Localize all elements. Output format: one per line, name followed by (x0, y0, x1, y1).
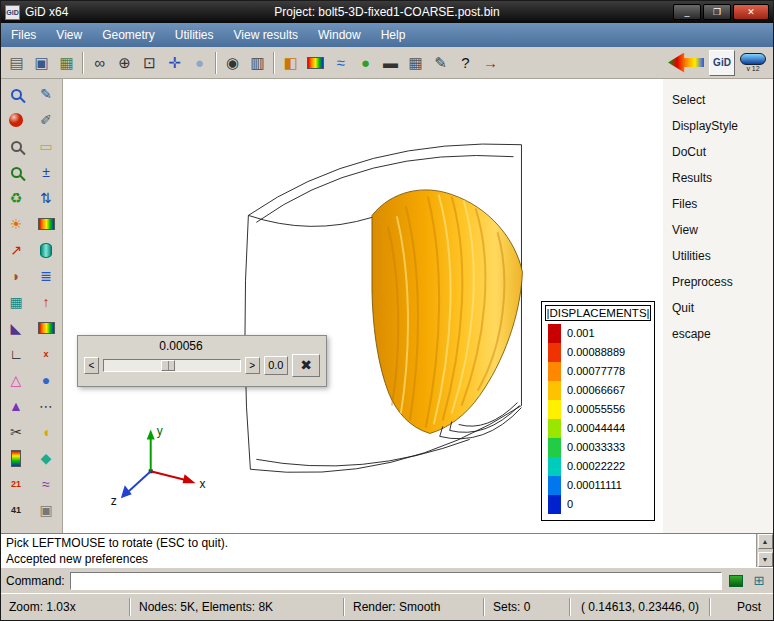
render-ball-icon[interactable] (3, 107, 29, 133)
ramp-layers-icon[interactable] (33, 315, 59, 341)
smooth-sphere-icon[interactable]: ● (353, 50, 378, 75)
displacements-legend: |DISPLACEMENTS| (541, 301, 655, 521)
iso-icon[interactable]: ◆ (33, 445, 59, 471)
read-icon[interactable]: ▤ (4, 50, 29, 75)
legend-color-segment (548, 438, 561, 457)
print-icon[interactable]: ▥ (245, 50, 270, 75)
zoom-page-icon[interactable] (3, 133, 29, 159)
mesh-grid-icon[interactable]: ▦ (3, 289, 29, 315)
panel-item-docut[interactable]: DoCut (663, 139, 773, 165)
menu-utilities[interactable]: Utilities (165, 24, 224, 46)
scroll-down-icon[interactable]: ▼ (758, 552, 773, 567)
half-moon-icon[interactable]: ◖ (33, 419, 59, 445)
slider-reset-button[interactable]: 0.0 (264, 356, 288, 375)
slider-close-button[interactable]: ✖ (292, 354, 320, 377)
panel-item-displaystyle[interactable]: DisplayStyle (663, 113, 773, 139)
help-icon[interactable]: ? (453, 50, 478, 75)
scissors-icon[interactable]: ✂ (3, 419, 29, 445)
tri-solid-icon[interactable]: ▲ (3, 393, 29, 419)
version-toggle[interactable]: v 12 (740, 53, 766, 72)
panel-item-select[interactable]: Select (663, 87, 773, 113)
ruler-icon[interactable]: ▭ (33, 133, 59, 159)
preferences-glasses-icon[interactable]: ∞ (87, 50, 112, 75)
zoom-in-icon[interactable]: ⊕ (112, 50, 137, 75)
panel-item-results[interactable]: Results (663, 165, 773, 191)
snapshot-icon[interactable]: ◉ (220, 50, 245, 75)
panel-item-escape[interactable]: escape (663, 321, 773, 347)
panel-item-files[interactable]: Files (663, 191, 773, 217)
cut-plane-icon[interactable]: ◣ (3, 315, 29, 341)
console-icon[interactable] (727, 572, 745, 590)
animate-icon[interactable]: ▬ (378, 50, 403, 75)
legend-title: |DISPLACEMENTS| (545, 305, 651, 321)
limit-41-icon[interactable]: 41 (3, 497, 29, 523)
menu-files[interactable]: Files (1, 24, 46, 46)
top-toolbar: ▤ ▣ ▦ ∞ ⊕ ⊡ ✛ ● ◉ ▥ ◧ ≈ ● ▬ ▦ ✎ ? → GiD … (1, 47, 773, 79)
menu-help[interactable]: Help (371, 24, 416, 46)
limit-21-icon[interactable]: 21 (3, 471, 29, 497)
zoom-frame-icon[interactable]: ⊡ (137, 50, 162, 75)
tri-outline-icon[interactable]: △ (3, 367, 29, 393)
contour-fill-icon[interactable] (303, 50, 328, 75)
graphs-icon[interactable]: ≈ (328, 50, 353, 75)
layers-icon[interactable]: ≣ (33, 263, 59, 289)
menu-window[interactable]: Window (308, 24, 371, 46)
message-scrollbar[interactable]: ▲ ▼ (756, 534, 773, 567)
panel-item-utilities[interactable]: Utilities (663, 243, 773, 269)
results-grid-icon[interactable]: ▦ (403, 50, 428, 75)
gid-logo-button[interactable]: GiD (709, 50, 735, 76)
exit-icon[interactable]: → (478, 50, 503, 75)
slider-value: 0.00056 (106, 339, 256, 353)
message-line-2: Accepted new preferences (6, 551, 751, 567)
panel-item-quit[interactable]: Quit (663, 295, 773, 321)
dashed-icon[interactable]: ⋯ (33, 393, 59, 419)
slider-increment-button[interactable]: > (245, 357, 260, 374)
save-icon[interactable]: ▣ (29, 50, 54, 75)
panel-item-view[interactable]: View (663, 217, 773, 243)
zoom-tool-icon[interactable] (3, 81, 29, 107)
slider-decrement-button[interactable]: < (84, 357, 99, 374)
right-command-panel: Select DisplayStyle DoCut Results Files … (663, 79, 773, 533)
command-input[interactable] (70, 572, 722, 590)
zoom-select-icon[interactable] (3, 159, 29, 185)
legend-value: 0.00022222 (567, 457, 625, 476)
redraw-recycle-icon[interactable]: ♻ (3, 185, 29, 211)
globe-icon[interactable]: ● (33, 367, 59, 393)
rotate-icon[interactable]: ● (187, 50, 212, 75)
contour-bar-icon[interactable] (3, 445, 29, 471)
maximize-button[interactable]: ❐ (703, 4, 731, 20)
calculator-grid-icon[interactable]: ⊞ (750, 572, 768, 590)
page-edit-icon[interactable]: ✎ (33, 81, 59, 107)
slider-track[interactable] (103, 359, 241, 372)
xminmax-icon[interactable]: x (33, 341, 59, 367)
legend-value: 0.00066667 (567, 381, 625, 400)
menu-view[interactable]: View (46, 24, 92, 46)
cylinder-icon[interactable] (33, 237, 59, 263)
slider-handle[interactable] (161, 360, 175, 371)
probe-icon[interactable]: ▣ (33, 497, 59, 523)
steps-icon[interactable]: ⇅ (33, 185, 59, 211)
page-write-icon[interactable]: ✐ (33, 107, 59, 133)
viewport-canvas[interactable]: y x z 0.00056 < > 0.0 ✖ (63, 79, 663, 533)
scroll-up-icon[interactable]: ▲ (758, 534, 773, 549)
close-button[interactable]: ✕ (733, 4, 769, 20)
mask-icon[interactable]: ◗ (3, 263, 29, 289)
layers-toggle-icon[interactable]: ▦ (54, 50, 79, 75)
stream-icon[interactable]: ≈ (33, 471, 59, 497)
panel-item-preprocess[interactable]: Preprocess (663, 269, 773, 295)
axis-z-label: z (111, 494, 117, 508)
color-ramp-icon[interactable] (33, 211, 59, 237)
rotate-arrow-icon[interactable]: ↗ (3, 237, 29, 263)
axes-corner-icon[interactable]: ∟ (3, 341, 29, 367)
postprocess-icon[interactable]: ◧ (278, 50, 303, 75)
menu-geometry[interactable]: Geometry (92, 24, 165, 46)
plus-minus-icon[interactable]: ± (33, 159, 59, 185)
sun-icon[interactable]: ☀ (3, 211, 29, 237)
back-rainbow-arrow-icon[interactable] (668, 53, 704, 73)
notes-icon[interactable]: ✎ (428, 50, 453, 75)
minimize-button[interactable]: _ (673, 4, 701, 20)
pan-icon[interactable]: ✛ (162, 50, 187, 75)
colorbar-glyph (11, 450, 21, 467)
vector-arrow-icon[interactable]: ↑ (33, 289, 59, 315)
menu-view-results[interactable]: View results (224, 24, 308, 46)
